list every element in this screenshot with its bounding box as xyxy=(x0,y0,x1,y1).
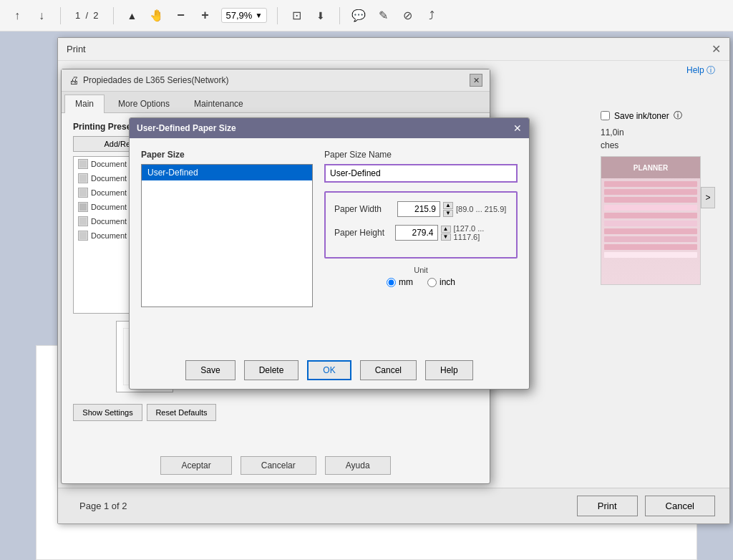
page-indicator: 1 / 2 xyxy=(71,10,103,21)
planner-line xyxy=(604,189,697,195)
printer-dialog-titlebar: 🖨 Propiedades de L365 Series(Network) ✕ xyxy=(62,69,490,92)
share-icon[interactable]: ⤴ xyxy=(423,7,440,24)
paper-width-spinners: ▲ ▼ xyxy=(443,202,453,217)
cancel-print-button[interactable]: Cancel xyxy=(645,496,715,516)
ok-paper-button[interactable]: OK xyxy=(307,360,351,380)
preset-icon xyxy=(78,216,88,226)
save-ink-checkbox[interactable] xyxy=(601,111,610,120)
zoom-in-icon[interactable]: + xyxy=(197,7,214,24)
paper-width-range: [89.0 ... 215.9] xyxy=(456,205,506,213)
paper-height-up-btn[interactable]: ▲ xyxy=(441,226,451,233)
cancelar-button[interactable]: Cancelar xyxy=(241,456,316,475)
help-paper-button[interactable]: Help xyxy=(425,360,473,380)
planner-line xyxy=(604,236,697,242)
delete-paper-button[interactable]: Delete xyxy=(244,360,299,380)
paper-dialog-body: Paper Size User-Defined Paper Size Name … xyxy=(130,138,529,319)
info-icon: ⓘ xyxy=(674,110,682,122)
planner-body xyxy=(601,178,700,263)
comment-icon[interactable]: 💬 xyxy=(350,7,367,24)
save-ink-label: Save ink/toner xyxy=(614,111,669,121)
paper-width-label: Paper Width xyxy=(334,204,392,214)
show-settings-button[interactable]: Show Settings xyxy=(73,404,142,421)
paper-dialog-buttons: Save Delete OK Cancel Help xyxy=(130,360,529,380)
paper-dialog-close-btn[interactable]: ✕ xyxy=(513,122,522,134)
dimensions-box: Paper Width ▲ ▼ [89.0 ... 215.9] Paper H… xyxy=(324,191,518,259)
preset-icon xyxy=(78,202,88,212)
mm-radio-label[interactable]: mm xyxy=(387,277,413,287)
preview-panel: Save ink/toner ⓘ 11,0in ches PLANNER xyxy=(601,110,715,285)
paper-width-input-group: ▲ ▼ [89.0 ... 215.9] xyxy=(397,201,506,217)
planner-header: PLANNER xyxy=(601,157,700,178)
paper-width-up-btn[interactable]: ▲ xyxy=(443,202,453,209)
inches-label: ches xyxy=(601,140,618,150)
planner-line xyxy=(604,221,697,226)
pen-icon[interactable]: ✎ xyxy=(374,7,392,24)
paper-size-list[interactable]: User-Defined xyxy=(141,164,313,307)
tab-more-options[interactable]: More Options xyxy=(107,95,180,112)
paper-height-row: Paper Height ▲ ▼ [127.0 ... 1117.6] xyxy=(334,224,508,241)
paper-height-label: Paper Height xyxy=(334,228,389,238)
svg-rect-5 xyxy=(79,232,87,239)
tab-main[interactable]: Main xyxy=(64,95,105,113)
tab-bar: Main More Options Maintenance xyxy=(62,92,490,113)
zoom-dropdown-icon: ▼ xyxy=(255,11,262,19)
download-icon[interactable]: ⬇ xyxy=(312,7,329,24)
inch-radio-label[interactable]: inch xyxy=(427,277,455,287)
eraser-icon[interactable]: ⊘ xyxy=(399,7,416,24)
printer-dialog-close-btn[interactable]: ✕ xyxy=(470,74,482,87)
paper-size-name-panel: Paper Size Name Paper Width ▲ ▼ [89.0 ..… xyxy=(324,150,518,307)
printer-dialog-bottom-buttons: Aceptar Cancelar Ayuda xyxy=(73,456,478,475)
planner-line xyxy=(604,244,697,250)
print-dialog-title: Print ✕ xyxy=(58,38,729,61)
paper-height-input[interactable] xyxy=(395,225,438,241)
print-button[interactable]: Print xyxy=(577,496,638,516)
paper-width-row: Paper Width ▲ ▼ [89.0 ... 215.9] xyxy=(334,201,508,217)
inch-label: inch xyxy=(440,277,455,287)
svg-rect-3 xyxy=(79,203,87,211)
hand-icon[interactable]: 🤚 xyxy=(148,7,165,24)
unit-section: Unit mm inch xyxy=(324,266,518,287)
divider-2 xyxy=(113,7,114,24)
paper-height-range: [127.0 ... 1117.6] xyxy=(454,224,508,241)
print-bottom-bar: Page 1 of 2 Print Cancel xyxy=(58,488,729,523)
paper-size-list-label: Paper Size xyxy=(141,150,313,160)
save-paper-button[interactable]: Save xyxy=(185,360,235,380)
tab-maintenance[interactable]: Maintenance xyxy=(183,95,254,112)
paper-size-name-input[interactable] xyxy=(324,164,518,183)
bottom-left-buttons: Show Settings Reset Defaults xyxy=(73,400,216,421)
divider-4 xyxy=(339,7,340,24)
up-icon[interactable]: ↑ xyxy=(9,7,26,24)
paper-size-name-label: Paper Size Name xyxy=(324,150,518,160)
help-link[interactable]: Help ⓘ xyxy=(686,64,715,77)
zoom-out-icon[interactable]: − xyxy=(173,7,190,24)
zoom-control[interactable]: 57,9% ▼ xyxy=(221,8,268,23)
mm-radio[interactable] xyxy=(387,278,396,287)
save-ink-row: Save ink/toner ⓘ xyxy=(601,110,715,122)
planner-line xyxy=(604,197,697,203)
nav-arrow[interactable]: > xyxy=(701,187,715,208)
accept-button[interactable]: Aceptar xyxy=(160,456,231,475)
paper-width-input[interactable] xyxy=(397,201,440,217)
planner-line xyxy=(604,205,697,211)
paper-size-list-panel: Paper Size User-Defined xyxy=(141,150,313,307)
ayuda-button[interactable]: Ayuda xyxy=(325,456,391,475)
down-icon[interactable]: ↓ xyxy=(33,7,50,24)
pointer-icon[interactable]: ▲ xyxy=(124,7,141,24)
paper-size-item-user-defined[interactable]: User-Defined xyxy=(142,165,312,180)
fit-icon[interactable]: ⊡ xyxy=(288,7,305,24)
paper-size-dialog: User-Defined Paper Size ✕ Paper Size Use… xyxy=(129,117,530,390)
cancel-paper-button[interactable]: Cancel xyxy=(360,360,417,380)
inch-radio[interactable] xyxy=(427,278,437,287)
paper-width-down-btn[interactable]: ▼ xyxy=(443,210,453,217)
preset-icon xyxy=(78,159,88,169)
divider-3 xyxy=(277,7,278,24)
unit-label: Unit xyxy=(324,266,518,274)
paper-height-down-btn[interactable]: ▼ xyxy=(441,233,451,241)
print-dialog-close-btn[interactable]: ✕ xyxy=(712,44,721,55)
printer-dialog-title: 🖨 Propiedades de L365 Series(Network) xyxy=(69,74,228,86)
preset-icon xyxy=(78,188,88,198)
divider-1 xyxy=(60,7,61,24)
reset-defaults-button[interactable]: Reset Defaults xyxy=(147,404,216,421)
planner-line xyxy=(604,181,697,187)
top-toolbar: ↑ ↓ 1 / 2 ▲ 🤚 − + 57,9% ▼ ⊡ ⬇ 💬 ✎ ⊘ ⤴ xyxy=(0,0,733,32)
